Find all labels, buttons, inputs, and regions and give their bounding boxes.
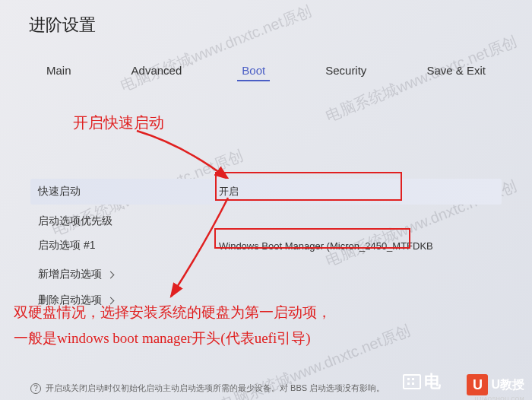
tab-boot[interactable]: Boot <box>237 61 270 81</box>
delete-boot-text: 删除启动选项 <box>38 294 102 306</box>
footer-text: 开启或关闭启动时仅初始化启动主动启动选项所需的最少设备。对 BBS 启动选项没有… <box>46 383 385 394</box>
tab-bar: Main Advanced Boot Security Save & Exit <box>0 61 532 81</box>
boot-option-1-value: Windows Boot Manager (Micron_2450_MTFDKB <box>213 240 502 252</box>
fast-boot-value: 开启 <box>213 185 502 198</box>
footer-help: ? 开启或关闭启动时仅初始化启动主动启动选项所需的最少设备。对 BBS 启动选项… <box>30 383 385 394</box>
chevron-right-icon <box>106 271 114 278</box>
row-add-boot-option[interactable]: 新增启动选项 <box>30 262 502 287</box>
logo-ujs-sub: UJIAOSHOU.COM <box>474 396 524 400</box>
annotation-fast-boot: 开启快速启动 <box>73 113 164 133</box>
fast-boot-label: 快速启动 <box>30 185 213 198</box>
help-icon: ? <box>30 383 41 394</box>
annotation-line: 一般是windows boot manager开头(代表uefi引导) <box>14 325 515 351</box>
row-boot-option-1[interactable]: 启动选项 #1 Windows Boot Manager (Micron_245… <box>30 233 502 259</box>
watermark: 电脑系统城www.dnxtc.net原创 <box>118 1 315 97</box>
logo-text: 电 <box>424 370 441 393</box>
row-delete-boot-option[interactable]: 删除启动选项 <box>30 287 502 313</box>
logo-ujs-text: U教授 <box>491 377 524 393</box>
tab-main[interactable]: Main <box>42 61 76 81</box>
boot-priority-label: 启动选项优先级 <box>30 214 213 228</box>
row-fast-boot[interactable]: 快速启动 开启 <box>30 179 502 205</box>
tab-advanced[interactable]: Advanced <box>127 61 187 81</box>
logo-ujiaoshou: U U教授 <box>467 374 524 395</box>
tab-security[interactable]: Security <box>321 61 371 81</box>
grid-icon <box>403 374 421 389</box>
page-title: 进阶设置 <box>29 14 96 37</box>
add-boot-option-label: 新增启动选项 <box>30 268 213 281</box>
boot-option-1-label: 启动选项 #1 <box>30 239 213 252</box>
add-boot-text: 新增启动选项 <box>38 268 102 280</box>
delete-boot-option-label: 删除启动选项 <box>30 294 213 307</box>
logo-dnxtc: 电 <box>403 370 441 394</box>
logo-u-icon: U <box>467 374 488 395</box>
chevron-right-icon <box>106 297 114 304</box>
tab-save-exit[interactable]: Save & Exit <box>422 61 490 81</box>
row-boot-priority: 启动选项优先级 <box>30 208 502 234</box>
